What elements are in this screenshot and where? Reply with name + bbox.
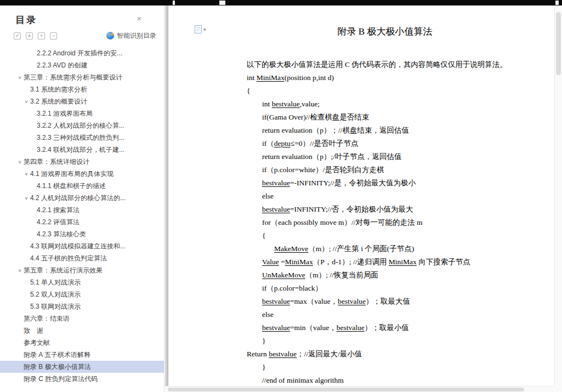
smart-toc-button[interactable]: 智能识别目录 (106, 31, 156, 41)
toc-item[interactable]: ∨第五章：系统运行演示效果 (0, 264, 164, 276)
toc-item[interactable]: ∨3.2.2 人机对战部分的核心算... (0, 120, 164, 132)
doc-line: } (247, 361, 562, 374)
toc-item[interactable]: ∨4.3 联网对战模拟器建立连接和... (0, 240, 164, 252)
horizontal-scrollbar[interactable] (165, 386, 554, 392)
toc-item-label: 3.2.2 人机对战部分的核心算... (37, 121, 124, 130)
select-all-icon[interactable]: ✓ (14, 32, 21, 39)
chevron-down-icon[interactable]: ∨ (22, 196, 30, 201)
toc-item[interactable]: ∨3.1 系统的需求分析 (0, 83, 164, 95)
misspelled-word: bestvalue (262, 297, 290, 305)
chevron-down-icon[interactable]: ∨ (22, 99, 30, 104)
toc-item-label: 4.1.1 棋盘和棋子的描述 (37, 181, 106, 191)
scrollbar-corner (554, 386, 562, 392)
doc-heading: 附录 B 极大极小值算法 (168, 25, 562, 38)
doc-line: { (247, 84, 562, 98)
chevron-down-icon[interactable]: ∨ (16, 268, 24, 273)
doc-line: Value =MiniMax（P，d-1）; //递归调用 MiniMax 向下… (247, 255, 562, 269)
toc-item-label: 第六章：结束语 (24, 314, 70, 323)
doc-body: 以下的极大极小值算法是运用 C 伪代码表示的，其内容简略仅仅用于说明算法。int… (247, 58, 562, 386)
doc-line: return evaluation（p）;/叶子节点，返回估值 (247, 150, 562, 163)
topbar-mark (555, 1, 559, 5)
doc-line: } (247, 334, 562, 348)
toc-item[interactable]: ∨4.2.1 搜索算法 (0, 204, 164, 216)
toc-item[interactable]: ∨3.2.4 联机对战部分，机子建... (0, 144, 164, 156)
doc-line: if（deptu≤=0）//是否叶子节点 (247, 137, 562, 150)
toc-item[interactable]: ∨5.1 单人对战演示 (0, 276, 164, 288)
close-icon[interactable]: × (135, 14, 144, 23)
doc-line: //end of minimax algorithm (247, 374, 562, 386)
doc-line: MakeMove（m）; //产生第 i 个局面(子节点) (247, 242, 562, 255)
toc-item[interactable]: ∨3.2 系统的概要设计 (0, 95, 164, 107)
toc-item-label: 附录 C 胜负判定算法代码 (24, 374, 98, 384)
toc-item[interactable]: ∨第六章：结束语 (0, 313, 164, 325)
toc-item[interactable]: ∨第四章：系统详细设计 (0, 156, 164, 168)
misspelled-word: bestvalue (262, 323, 290, 332)
collapse-all-icon[interactable]: − (50, 32, 57, 39)
misspelled-word: MiniMax (257, 73, 285, 82)
toc-item[interactable]: ∨致 谢 (0, 325, 164, 337)
toc-item[interactable]: ∨4.2.3 算法核心类 (0, 228, 164, 240)
toc-item-label: 2.2.3 AVD 的创建 (37, 61, 87, 70)
doc-line: if（p.color=white）/是否轮到白方走棋 (247, 163, 562, 177)
toc-item[interactable]: ∨4.2 人机对战部分的核心算法的... (0, 192, 164, 204)
smart-toc-icon (106, 32, 114, 39)
vertical-scrollbar[interactable] (554, 5, 562, 386)
toc-item-label: 3.1 系统的需求分析 (30, 85, 87, 94)
toc-item[interactable]: ∨3.2.1 游戏界面布局 (0, 107, 164, 120)
misspelled-word: Value (262, 258, 279, 266)
toc-item-label: 4.4 五子棋的胜负判定算法 (30, 254, 107, 263)
toc-item[interactable]: ∨附录 B 极大极小值算法 (0, 361, 164, 373)
toc-item[interactable]: ∨5.2 双人对战演示 (0, 288, 164, 300)
toc-item[interactable]: ∨2.2.2 Android 开发插件的安... (0, 47, 164, 59)
expand-all-icon[interactable]: + (38, 32, 45, 39)
toc-item[interactable]: ∨附录 C 胜负判定算法代码 (0, 373, 164, 385)
vertical-scrollbar-thumb[interactable] (556, 12, 561, 75)
toc-item[interactable]: ∨4.2.2 评值算法 (0, 216, 164, 228)
toc-item-label: 附录 B 极大极小值算法 (24, 362, 91, 372)
toc-panel: 目录 × ✓∧+− 智能识别目录 ∨2.2.2 Android 开发插件的安..… (0, 5, 164, 392)
toc-item-label: 4.2.3 算法核心类 (37, 230, 86, 239)
misspelled-word: deptu (274, 139, 291, 147)
misspelled-word: bestvalue (262, 205, 290, 213)
chevron-down-icon[interactable]: ∨ (16, 75, 24, 80)
toc-item[interactable]: ∨第三章：系统需求分析与概要设计 (0, 71, 164, 83)
toc-item[interactable]: ∨参考文献 (0, 337, 164, 349)
toc-item-label: 第四章：系统详细设计 (24, 157, 89, 167)
doc-line: UnMakeMove（m）; //恢复当前局面 (247, 269, 562, 282)
doc-line: else (247, 308, 562, 321)
doc-line: Return bestvalue；//返回最大/最小值 (247, 348, 562, 361)
chevron-down-icon[interactable]: ∨ (16, 160, 24, 164)
doc-line: bestvalue=min（value，bestvalue）；取最小值 (247, 321, 562, 334)
toc-item-label: 2.2.2 Android 开发插件的安... (37, 49, 122, 58)
doc-line: bestvalue=-INFINITY;//是，令初始最大值为极小 (247, 177, 562, 190)
toc-item[interactable]: ∨3.2.3 三种对战模式的胜负判... (0, 132, 164, 144)
toc-item-label: 3.2.1 游戏界面布局 (37, 109, 93, 118)
toc-item[interactable]: ∨2.2.3 AVD 的创建 (0, 59, 164, 71)
toc-item[interactable]: ∨4.1 游戏界面布局的具体实现 (0, 168, 164, 180)
doc-line: if(Gama Over)//检查棋盘是否结束 (247, 111, 562, 124)
horizontal-scrollbar-thumb[interactable] (168, 388, 524, 391)
misspelled-word: bestvalue (262, 179, 290, 187)
doc-line: bestvalue=INFINITY;//否，令初始极小值为最大 (247, 203, 562, 216)
doc-line: return evaluation（p）；//棋盘结束，返回估值 (247, 124, 562, 137)
locate-heading-icon[interactable]: ∧ (26, 32, 33, 39)
topbar-mark (173, 1, 175, 5)
chevron-down-icon[interactable]: ∨ (22, 172, 30, 177)
toc-item-label: 3.2.3 三种对战模式的胜负判... (37, 133, 124, 143)
toc-item[interactable]: ∨附录 A 五子棋术语解释 (0, 349, 164, 361)
toc-tree: ∨2.2.2 Android 开发插件的安...∨2.2.3 AVD 的创建∨第… (0, 47, 164, 385)
doc-line: for（each possibly move m）//对每一可能的走法 m (247, 216, 562, 229)
toc-item[interactable]: ∨4.4 五子棋的胜负判定算法 (0, 252, 164, 264)
misspelled-word: MakeMove (274, 245, 308, 253)
misspelled-word: bestvalue (272, 100, 300, 108)
toc-item[interactable]: ∨4.1.1 棋盘和棋子的描述 (0, 180, 164, 192)
toc-item-label: 第三章：系统需求分析与概要设计 (24, 73, 122, 82)
doc-line: if（p.color=black） (247, 282, 562, 295)
toc-toolbar: ✓∧+− 智能识别目录 (14, 31, 156, 40)
doc-line: else (247, 190, 562, 203)
document-canvas: ▾ 附录 B 极大极小值算法 以下的极大极小值算法是运用 C 伪代码表示的，其内… (165, 5, 562, 392)
toc-item[interactable]: ∨5.3 联网对战演示 (0, 300, 164, 313)
doc-line: int bestvalue,value; (247, 98, 562, 111)
toc-item-label: 4.1 游戏界面布局的具体实现 (30, 169, 113, 179)
toc-item-label: 第五章：系统运行演示效果 (24, 266, 103, 275)
